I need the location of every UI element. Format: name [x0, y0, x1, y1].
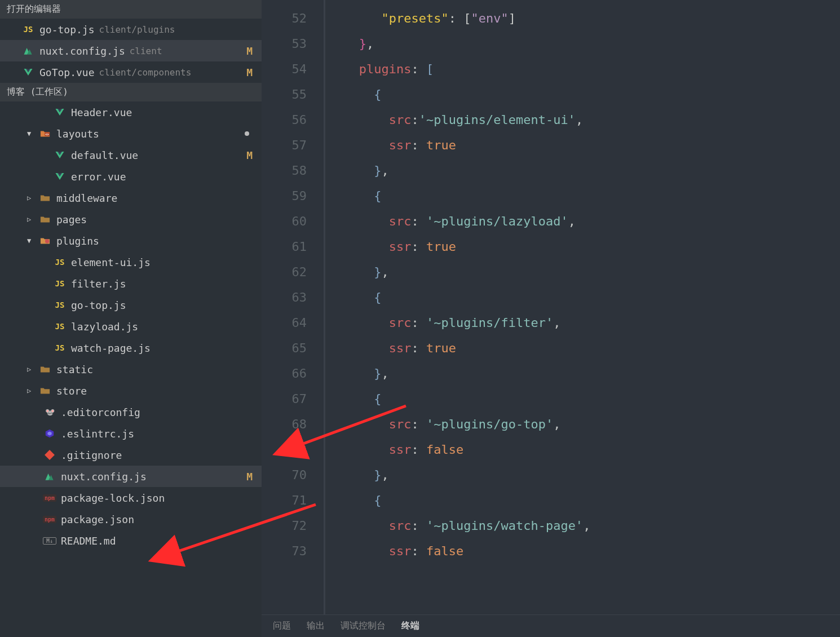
- code-line[interactable]: },: [337, 158, 840, 183]
- file-name: error.vue: [71, 171, 126, 183]
- file-name: package-lock.json: [61, 492, 165, 504]
- tree-item[interactable]: JSlazyload.js: [0, 316, 262, 337]
- vue-icon: [53, 108, 67, 117]
- file-name: .editorconfig: [61, 406, 140, 418]
- file-name: Header.vue: [71, 107, 132, 118]
- code-line[interactable]: {: [337, 285, 840, 310]
- js-icon: JS: [53, 322, 67, 331]
- eslint-icon: [43, 428, 56, 439]
- tree-item[interactable]: ▷pages: [0, 209, 262, 230]
- tree-item[interactable]: JSfilter.js: [0, 273, 262, 294]
- panel-tab[interactable]: 问题: [273, 620, 291, 632]
- tree-item[interactable]: npmpackage.json: [0, 508, 262, 530]
- editorconfig-icon: 🐭: [43, 408, 56, 417]
- code-line[interactable]: },: [337, 259, 840, 285]
- dirty-dot: [245, 131, 249, 136]
- code-line[interactable]: src: '~plugins/lazyload',: [337, 209, 840, 234]
- panel-tab[interactable]: 调试控制台: [341, 620, 386, 632]
- tree-item[interactable]: JSelement-ui.js: [0, 251, 262, 273]
- tree-item[interactable]: ▷static: [0, 359, 262, 380]
- code-area[interactable]: "presets": ["env"] }, plugins: [ { src:'…: [324, 0, 840, 614]
- line-number: 67: [262, 386, 307, 412]
- code-line[interactable]: src: '~plugins/go-top',: [337, 412, 840, 437]
- open-editor-item[interactable]: JSgo-top.jsclient/plugins: [0, 19, 262, 40]
- tree-item[interactable]: ▼<>layouts: [0, 123, 262, 144]
- workspace-header[interactable]: 博客 (工作区): [0, 83, 262, 101]
- code-line[interactable]: {: [337, 386, 840, 412]
- code-line[interactable]: },: [337, 462, 840, 488]
- tree-item[interactable]: Header.vue: [0, 101, 262, 123]
- open-editors-list: JSgo-top.jsclient/pluginsnuxt.config.jsc…: [0, 19, 262, 83]
- folder-icon: [38, 387, 52, 395]
- code-line[interactable]: {: [337, 183, 840, 209]
- tree-item[interactable]: ▼plugins: [0, 230, 262, 251]
- code-line[interactable]: ssr: true: [337, 335, 840, 361]
- code-line[interactable]: },: [337, 31, 840, 56]
- file-name: go-top.js: [71, 299, 126, 311]
- code-line[interactable]: ssr: true: [337, 132, 840, 158]
- tree-item[interactable]: ▷store: [0, 380, 262, 401]
- panel-tab[interactable]: 输出: [307, 620, 325, 632]
- tree-item[interactable]: M↓README.md: [0, 530, 262, 551]
- line-number: 65: [262, 335, 307, 361]
- tree-item[interactable]: nuxt.config.jsM: [0, 466, 262, 487]
- line-number: 73: [262, 538, 307, 564]
- js-icon: JS: [53, 279, 67, 288]
- open-editor-item[interactable]: GoTop.vueclient/componentsM: [0, 61, 262, 83]
- code-line[interactable]: ssr: false: [337, 437, 840, 462]
- npm-icon: npm: [43, 494, 56, 502]
- code-line[interactable]: },: [337, 361, 840, 386]
- tree-item[interactable]: ▷middleware: [0, 187, 262, 209]
- code-line[interactable]: plugins: [: [337, 56, 840, 82]
- chevron-right-icon: ▷: [27, 194, 35, 202]
- tree-item[interactable]: .eslintrc.js: [0, 423, 262, 444]
- code-line[interactable]: src: '~plugins/watch-page',: [337, 513, 840, 538]
- editor-content[interactable]: 5253545556575859606162636465666768697071…: [262, 0, 840, 614]
- line-number: 61: [262, 234, 307, 259]
- vue-icon: [53, 151, 67, 160]
- file-name: nuxt.config.js: [61, 471, 147, 483]
- md-icon: M↓: [43, 537, 56, 545]
- line-gutter: 5253545556575859606162636465666768697071…: [262, 0, 324, 614]
- code-line[interactable]: "presets": ["env"]: [337, 6, 840, 31]
- modified-badge: M: [246, 45, 253, 57]
- code-line[interactable]: {: [337, 82, 840, 107]
- tree-item[interactable]: 🐭.editorconfig: [0, 401, 262, 423]
- code-line[interactable]: ssr: false: [337, 538, 840, 564]
- tree-item[interactable]: JSgo-top.js: [0, 294, 262, 316]
- chevron-down-icon: ▼: [27, 237, 35, 245]
- code-line[interactable]: ssr: true: [337, 234, 840, 259]
- code-line[interactable]: src:'~plugins/element-ui',: [337, 107, 840, 132]
- tree-item[interactable]: JSwatch-page.js: [0, 337, 262, 359]
- line-number: 57: [262, 132, 307, 158]
- panel-tab[interactable]: 终端: [401, 620, 419, 632]
- line-number: 63: [262, 285, 307, 310]
- tree-item[interactable]: default.vueM: [0, 144, 262, 166]
- line-number: 62: [262, 259, 307, 285]
- chevron-right-icon: ▷: [27, 387, 35, 395]
- line-number: 72: [262, 513, 307, 538]
- open-editors-header[interactable]: 打开的编辑器: [0, 0, 262, 19]
- folder-icon: [38, 365, 52, 373]
- file-name: lazyload.js: [71, 321, 138, 333]
- file-name: layouts: [56, 128, 99, 140]
- line-number: 68: [262, 412, 307, 437]
- chevron-down-icon: ▼: [27, 130, 35, 138]
- tree-item[interactable]: .gitignore: [0, 444, 262, 466]
- svg-rect-6: [45, 450, 55, 460]
- tree-item[interactable]: error.vue: [0, 166, 262, 187]
- open-editor-item[interactable]: nuxt.config.jsclientM: [0, 40, 262, 61]
- file-tree: Header.vue▼<>layoutsdefault.vueMerror.vu…: [0, 101, 262, 551]
- code-line[interactable]: src: '~plugins/filter',: [337, 310, 840, 335]
- folder-icon: [38, 237, 52, 245]
- line-number: 53: [262, 31, 307, 56]
- line-number: 58: [262, 158, 307, 183]
- tree-item[interactable]: npmpackage-lock.json: [0, 487, 262, 508]
- file-name: static: [56, 364, 93, 375]
- js-icon: JS: [53, 258, 67, 267]
- file-name: middleware: [56, 192, 117, 204]
- file-path: client: [130, 46, 162, 56]
- modified-badge: M: [246, 67, 253, 78]
- vue-icon: [53, 172, 67, 181]
- code-line[interactable]: {: [337, 488, 840, 513]
